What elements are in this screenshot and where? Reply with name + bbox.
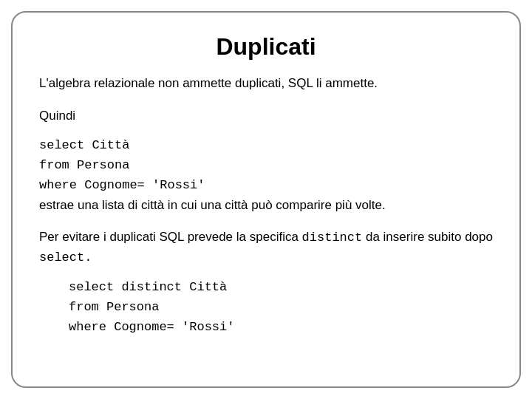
code-line-1-2: from Persona [39, 155, 493, 175]
slide-title: Duplicati [39, 33, 493, 61]
section2-text-middle: da inserire subito dopo [362, 230, 493, 244]
section1-description: estrae una lista di città in cui una cit… [39, 196, 493, 215]
intro-text: L'algebra relazionale non ammette duplic… [39, 74, 493, 93]
code-line-2-1: select distinct Città [69, 277, 493, 297]
code-block-1: select Città from Persona where Cognome=… [39, 135, 493, 196]
code-block-2: select distinct Città from Persona where… [69, 277, 493, 338]
section2-keyword2: select. [39, 250, 92, 265]
code-line-1-1: select Città [39, 135, 493, 155]
code-line-2-3: where Cognome= 'Rossi' [69, 317, 493, 337]
intro-section: L'algebra relazionale non ammette duplic… [39, 74, 493, 93]
code-line-2-2: from Persona [69, 297, 493, 317]
slide-container: Duplicati L'algebra relazionale non amme… [11, 11, 521, 388]
code-line-1-3: where Cognome= 'Rossi' [39, 175, 493, 195]
section1: Quindi select Città from Persona where C… [39, 106, 493, 215]
section2-text: Per evitare i duplicati SQL prevede la s… [39, 228, 493, 267]
quindi-label: Quindi [39, 106, 493, 126]
section2: Per evitare i duplicati SQL prevede la s… [39, 228, 493, 338]
section2-text-before: Per evitare i duplicati SQL prevede la s… [39, 230, 302, 244]
section2-keyword1: distinct [302, 231, 363, 245]
